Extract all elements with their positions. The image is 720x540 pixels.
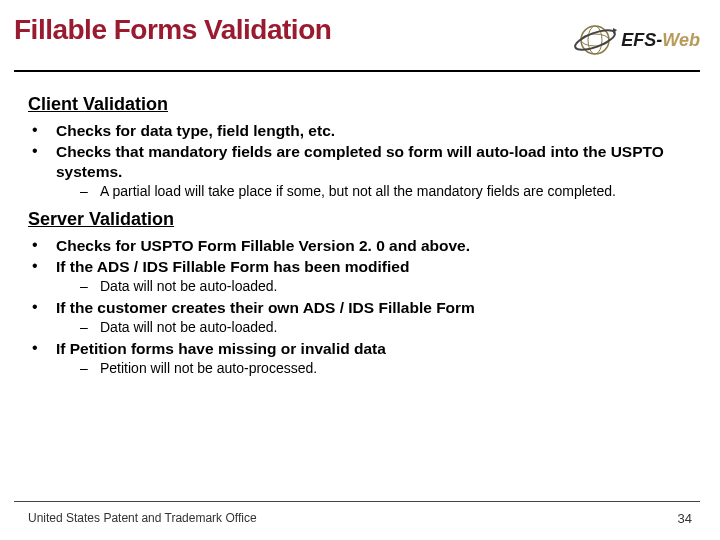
list-item: If Petition forms have missing or invali… xyxy=(28,339,700,378)
sub-list-item: Data will not be auto-loaded. xyxy=(56,319,700,337)
slide-content: Client Validation Checks for data type, … xyxy=(0,72,720,378)
sub-list-item: Petition will not be auto-processed. xyxy=(56,360,700,378)
svg-point-1 xyxy=(588,26,602,54)
sub-list-item: A partial load will take place if some, … xyxy=(56,183,700,201)
globe-icon xyxy=(573,18,617,62)
list-item: Checks for data type, field length, etc. xyxy=(28,121,700,140)
section-heading-client: Client Validation xyxy=(28,94,700,115)
list-item: Checks for USPTO Form Fillable Version 2… xyxy=(28,236,700,255)
list-item: If the ADS / IDS Fillable Form has been … xyxy=(28,257,700,296)
section-heading-server: Server Validation xyxy=(28,209,700,230)
efs-web-logo: EFS-Web xyxy=(573,18,700,62)
footer-divider xyxy=(14,501,700,502)
logo-text: EFS-Web xyxy=(621,30,700,51)
sub-list-item: Data will not be auto-loaded. xyxy=(56,278,700,296)
list-item: Checks that mandatory fields are complet… xyxy=(28,142,700,200)
page-number: 34 xyxy=(678,511,692,526)
page-title: Fillable Forms Validation xyxy=(14,14,331,46)
svg-point-3 xyxy=(573,26,617,54)
list-item: If the customer creates their own ADS / … xyxy=(28,298,700,337)
footer-org: United States Patent and Trademark Offic… xyxy=(28,511,257,526)
